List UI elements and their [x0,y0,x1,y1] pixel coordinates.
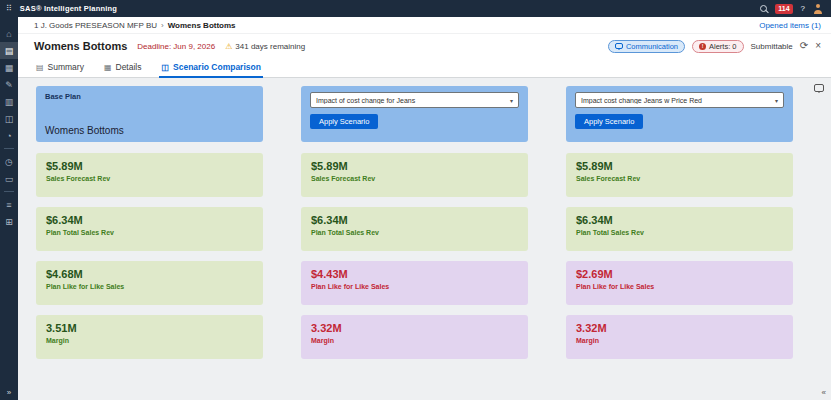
scenario-dropdown[interactable]: Impact cost change Jeans w Price Red ▾ [575,92,784,108]
scenario-header-card: Impact of cost change for Jeans ▾ Apply … [301,86,528,142]
alerts-button[interactable]: ! Alerts: 0 [692,40,744,53]
metric-label: Margin [46,337,253,344]
metric-card: $4.68M Plan Like for Like Sales [36,261,263,305]
comparison-columns: Base Plan Womens Bottoms $5.89M Sales Fo… [36,86,813,369]
communication-label: Communication [626,42,678,51]
search-icon[interactable] [760,5,767,12]
briefcase-icon[interactable]: ⊞ [0,213,18,230]
folder-icon[interactable]: ▭ [0,170,18,187]
user-avatar-icon[interactable] [813,4,823,14]
app-title: SAS® Intelligent Planning [20,4,117,13]
metric-label: Margin [311,337,518,344]
rail-divider [4,148,14,149]
breadcrumb-separator: › [161,21,164,30]
edit-icon[interactable]: ✎ [0,76,18,93]
tab-summary-label: Summary [48,62,84,72]
metric-label: Plan Like for Like Sales [576,283,783,290]
metric-value: $5.89M [576,160,783,172]
metric-label: Plan Total Sales Rev [46,229,253,236]
tab-scenario-comparison[interactable]: ◫ Scenario Comparison [159,59,262,78]
metric-label: Plan Like for Like Sales [311,283,518,290]
metric-value: 3.32M [576,322,783,334]
tab-scenario-comparison-label: Scenario Comparison [173,62,261,72]
home-icon[interactable]: ⌂ [0,25,18,42]
metric-value: 3.51M [46,322,253,334]
metric-value: $6.34M [576,214,783,226]
history-icon[interactable]: ◷ [0,153,18,170]
plans-icon[interactable]: ▤ [0,42,18,59]
layers-icon[interactable]: ≡ [0,196,18,213]
report-icon[interactable]: ▥ [0,93,18,110]
chat-bubble-icon [615,43,623,49]
breadcrumb: 1 J. Goods PRESEASON MFP BU › Womens Bot… [18,17,831,34]
base-plan-header-card: Base Plan Womens Bottoms [36,86,263,142]
details-tab-icon: ▦ [104,63,112,72]
warning-icon: ⚠ [225,42,232,51]
notification-badge[interactable]: 114 [775,4,792,14]
left-navigation-rail: ⌂ ▤ ▦ ✎ ▥ ◫ ◔ ◷ ▭ ≡ ⊞ » [0,17,18,400]
metric-card: $6.34M Plan Total Sales Rev [301,207,528,251]
rail-divider [4,191,14,192]
metric-card: $6.34M Plan Total Sales Rev [566,207,793,251]
breadcrumb-current: Womens Bottoms [168,21,236,30]
alerts-label: Alerts: 0 [709,42,737,51]
breadcrumb-parent[interactable]: 1 J. Goods PRESEASON MFP BU [34,21,157,30]
metric-label: Plan Total Sales Rev [311,229,518,236]
scenario-dropdown[interactable]: Impact of cost change for Jeans ▾ [310,92,519,108]
tab-details[interactable]: ▦ Details [102,59,144,78]
tab-bar: ▤ Summary ▦ Details ◫ Scenario Compariso… [18,58,831,78]
scenario-header-card: Impact cost change Jeans w Price Red ▾ A… [566,86,793,142]
days-remaining-text: 341 days remaining [235,42,305,51]
collapse-panel-chevron[interactable]: « [822,388,826,397]
metric-label: Margin [576,337,783,344]
metric-card: $5.89M Sales Forecast Rev [566,153,793,197]
base-plan-title: Base Plan [45,92,254,101]
metric-value: $4.68M [46,268,253,280]
scenario-column-2: Impact cost change Jeans w Price Red ▾ A… [566,86,793,369]
metric-value: $4.43M [311,268,518,280]
alert-icon: ! [699,43,706,50]
metric-card: $5.89M Sales Forecast Rev [36,153,263,197]
apps-menu-icon[interactable]: ⠿ [6,4,12,13]
apply-scenario-button[interactable]: Apply Scenario [310,114,378,129]
metric-card: 3.51M Margin [36,315,263,359]
metric-label: Plan Total Sales Rev [576,229,783,236]
tab-summary[interactable]: ▤ Summary [34,59,86,78]
main-area: 1 J. Goods PRESEASON MFP BU › Womens Bot… [18,17,831,400]
metric-card: 3.32M Margin [301,315,528,359]
refresh-icon[interactable]: ⟳ [800,41,808,51]
expand-rail-chevron[interactable]: » [0,388,18,397]
grid-icon[interactable]: ▦ [0,59,18,76]
comments-panel-icon[interactable] [814,84,824,92]
chart-icon[interactable]: ◫ [0,110,18,127]
close-icon[interactable]: × [815,41,821,51]
metric-card: $5.89M Sales Forecast Rev [301,153,528,197]
metric-value: $5.89M [311,160,518,172]
metric-label: Plan Like for Like Sales [46,283,253,290]
metric-card: 3.32M Margin [566,315,793,359]
help-icon[interactable]: ? [801,4,805,13]
metric-value: $6.34M [311,214,518,226]
apply-scenario-button[interactable]: Apply Scenario [575,114,643,129]
scenario-dropdown-value: Impact cost change Jeans w Price Red [581,97,775,104]
header-actions: Communication ! Alerts: 0 Submittable ⟳ … [608,40,821,53]
summary-tab-icon: ▤ [36,63,44,72]
metric-label: Sales Forecast Rev [311,175,518,182]
base-plan-subtitle: Womens Bottoms [45,125,254,136]
chevron-down-icon: ▾ [510,97,513,104]
chevron-down-icon: ▾ [775,97,778,104]
scenario-comparison-tab-icon: ◫ [161,63,169,72]
scenario-column-1: Impact of cost change for Jeans ▾ Apply … [301,86,528,369]
opened-items-link[interactable]: Opened items (1) [759,21,821,30]
page-header: Womens Bottoms Deadline: Jun 9, 2026 ⚠ 3… [18,34,831,58]
metric-value: $2.69M [576,268,783,280]
base-plan-column: Base Plan Womens Bottoms $5.89M Sales Fo… [36,86,263,369]
gauge-icon[interactable]: ◔ [0,127,18,144]
communication-button[interactable]: Communication [608,40,685,53]
metric-card: $6.34M Plan Total Sales Rev [36,207,263,251]
tab-details-label: Details [116,62,142,72]
metric-value: $5.89M [46,160,253,172]
metric-label: Sales Forecast Rev [46,175,253,182]
metric-value: $6.34M [46,214,253,226]
deadline-text: Deadline: Jun 9, 2026 [137,42,215,51]
